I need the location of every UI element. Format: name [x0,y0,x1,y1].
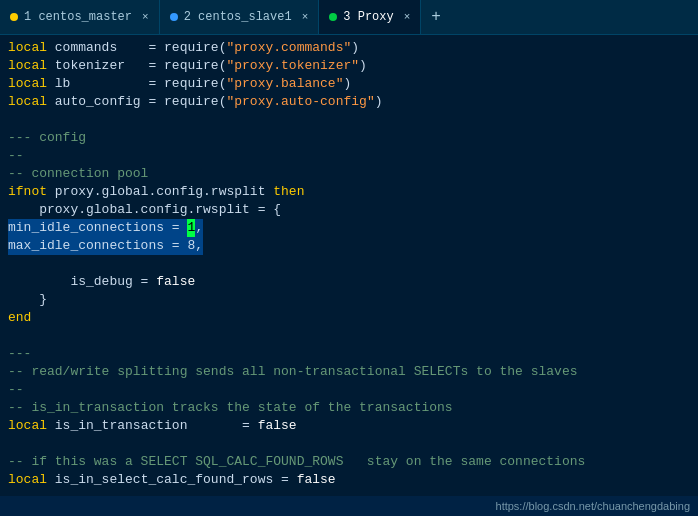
add-tab-icon: + [431,8,441,26]
tab1-close-icon[interactable]: × [142,11,149,23]
code-line: local is_in_select_calc_found_rows = fal… [0,471,698,489]
code-line: } [0,291,698,309]
code-line: -- connection pool [0,165,698,183]
status-bar: https://blog.csdn.net/chuanchengdabing [0,496,698,516]
tab3-label: 3 Proxy [343,10,393,24]
tab3-close-icon[interactable]: × [404,11,411,23]
tab2-close-icon[interactable]: × [302,11,309,23]
tab-2-centos-slave1[interactable]: 2 centos_slave1 × [160,0,320,34]
tab-bar: 1 centos_master × 2 centos_slave1 × 3 Pr… [0,0,698,35]
code-line: local is_in_transaction = false [0,417,698,435]
code-line: max_idle_connections = 8, [0,237,698,255]
code-line: is_debug = false [0,273,698,291]
code-editor: local commands = require("proxy.commands… [0,35,698,496]
tab3-dot [329,13,337,21]
code-line: local commands = require("proxy.commands… [0,39,698,57]
code-line: -- if this was a SELECT SQL_CALC_FOUND_R… [0,453,698,471]
code-line [0,435,698,453]
status-url: https://blog.csdn.net/chuanchengdabing [496,500,690,512]
tab2-dot [170,13,178,21]
code-line [0,255,698,273]
code-line: local auto_config = require("proxy.auto-… [0,93,698,111]
code-line: proxy.global.config.rwsplit = { [0,201,698,219]
code-line: -- is_in_transaction tracks the state of… [0,399,698,417]
code-line: local lb = require("proxy.balance") [0,75,698,93]
code-line [0,111,698,129]
code-line [0,327,698,345]
code-line: --- config [0,129,698,147]
code-line: -- [0,381,698,399]
code-line: --- [0,345,698,363]
code-line: local tokenizer = require("proxy.tokeniz… [0,57,698,75]
tab2-label: 2 centos_slave1 [184,10,292,24]
code-line: if not proxy.global.config.rwsplit then [0,183,698,201]
tab1-label: 1 centos_master [24,10,132,24]
tab-3-proxy[interactable]: 3 Proxy × [319,0,421,34]
tab-1-centos-master[interactable]: 1 centos_master × [0,0,160,34]
tab1-dot [10,13,18,21]
code-line: min_idle_connections = 1, [0,219,698,237]
code-line: -- [0,147,698,165]
code-line: -- read/write splitting sends all non-tr… [0,363,698,381]
code-line: end [0,309,698,327]
add-tab-button[interactable]: + [421,0,451,34]
